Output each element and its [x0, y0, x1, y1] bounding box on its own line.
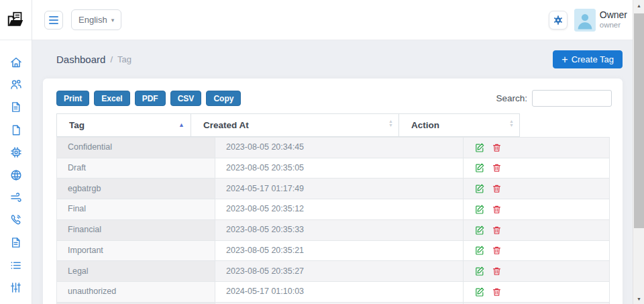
- edit-tag-button[interactable]: [474, 183, 485, 194]
- table-row: Final 2023-08-05 20:35:12: [57, 199, 610, 220]
- trash-icon: [492, 142, 502, 153]
- scroll-up-icon[interactable]: ▲: [633, 0, 644, 11]
- column-header-created-at[interactable]: Created At ▲ ▼: [191, 114, 399, 137]
- sidebar-item-users[interactable]: [0, 74, 32, 97]
- delete-tag-button[interactable]: [492, 225, 502, 236]
- table-row: Important 2023-08-05 20:35:21: [57, 240, 610, 261]
- tag-table-header: Tag ▲ Created At ▲ ▼ Action ▲: [56, 113, 520, 137]
- action-cell: [464, 158, 610, 179]
- tag-cell: Confidential: [57, 138, 215, 158]
- action-cell: [464, 240, 610, 261]
- workflow-icon: [9, 191, 23, 204]
- app-logo[interactable]: [0, 0, 32, 40]
- trash-icon: [492, 287, 502, 297]
- excel-button[interactable]: Excel: [94, 91, 129, 106]
- search-input[interactable]: [532, 90, 612, 107]
- edit-icon: [474, 245, 485, 256]
- sidebar-item-reports[interactable]: [0, 232, 32, 254]
- breadcrumb: Dashboard / Tag + Create Tag: [32, 40, 633, 79]
- chevron-down-icon: ▾: [111, 17, 115, 23]
- edit-tag-button[interactable]: [474, 204, 485, 215]
- user-role: owner: [600, 21, 627, 30]
- tag-cell: egbatrgb: [57, 179, 215, 199]
- delete-tag-button[interactable]: [492, 204, 502, 215]
- file-icon: [10, 124, 22, 136]
- column-header-action[interactable]: Action ▲ ▼: [399, 114, 520, 137]
- edit-icon: [474, 225, 485, 236]
- trash-icon: [492, 183, 502, 194]
- csv-button[interactable]: CSV: [170, 91, 202, 106]
- delete-tag-button[interactable]: [492, 162, 502, 173]
- delete-tag-button[interactable]: [492, 245, 502, 256]
- sidebar-item-list[interactable]: [0, 254, 32, 276]
- column-label: Created At: [203, 120, 249, 130]
- tag-cell: Draft: [57, 158, 215, 179]
- edit-icon: [474, 162, 485, 173]
- phone-icon: [9, 213, 22, 226]
- table-body: Confidential 2023-08-05 20:34:45 Draft 2…: [57, 138, 610, 304]
- edit-tag-button[interactable]: [474, 287, 485, 297]
- menu-toggle-button[interactable]: [44, 11, 63, 30]
- edit-icon: [474, 266, 485, 276]
- edit-tag-button[interactable]: [474, 266, 485, 276]
- sort-asc-icon: ▲: [178, 121, 184, 128]
- table-row: unauthorized 2024-05-17 01:10:03: [57, 281, 610, 302]
- delete-tag-button[interactable]: [492, 142, 502, 153]
- sidebar-item-files[interactable]: [0, 119, 32, 142]
- sidebar-item-system[interactable]: [0, 141, 32, 164]
- plus-icon: +: [561, 54, 568, 65]
- scroll-down-icon[interactable]: ▼: [633, 293, 644, 304]
- sidebar: [0, 0, 32, 304]
- sort-both-icon: ▲ ▼: [388, 119, 393, 128]
- sidebar-item-home[interactable]: [0, 51, 32, 74]
- sidebar-item-calls[interactable]: [0, 209, 32, 232]
- main-content: Dashboard / Tag + Create Tag Print Excel…: [32, 40, 633, 304]
- settings-button[interactable]: [549, 11, 568, 30]
- edit-tag-button[interactable]: [474, 245, 485, 256]
- breadcrumb-dashboard-link[interactable]: Dashboard: [56, 54, 105, 65]
- delete-tag-button[interactable]: [492, 266, 502, 276]
- print-button[interactable]: Print: [56, 91, 89, 106]
- user-avatar[interactable]: [574, 9, 596, 32]
- column-label: Action: [411, 120, 439, 130]
- vertical-scrollbar[interactable]: ▲ ▼: [633, 0, 644, 304]
- sidebar-item-settings[interactable]: [0, 276, 32, 299]
- edit-icon: [474, 204, 485, 215]
- trash-icon: [492, 245, 502, 256]
- created-at-cell: 2023-08-05 20:34:45: [215, 138, 464, 158]
- created-at-cell: 2023-08-05 20:35:21: [215, 240, 464, 261]
- pdf-button[interactable]: PDF: [135, 91, 166, 106]
- language-label: English: [78, 15, 107, 25]
- sidebar-item-workflow[interactable]: [0, 187, 32, 209]
- user-info[interactable]: Owner owner: [600, 10, 627, 29]
- create-tag-button[interactable]: + Create Tag: [553, 50, 623, 68]
- created-at-cell: 2023-08-05 20:35:12: [215, 199, 464, 220]
- list-icon: [9, 259, 22, 272]
- tag-table-card: Print Excel PDF CSV Copy Search: Tag ▲ C…: [43, 79, 623, 304]
- edit-tag-button[interactable]: [474, 162, 485, 173]
- edit-tag-button[interactable]: [474, 225, 485, 236]
- avatar-person-icon: [574, 9, 596, 32]
- sidebar-item-web[interactable]: [0, 164, 32, 187]
- delete-tag-button[interactable]: [492, 183, 502, 194]
- scrollbar-thumb[interactable]: [634, 13, 644, 228]
- language-dropdown[interactable]: English ▾: [71, 9, 121, 30]
- globe-icon: [9, 168, 23, 182]
- trash-icon: [492, 266, 502, 276]
- trash-icon: [492, 225, 502, 236]
- created-at-cell: 2024-05-17 01:17:49: [215, 179, 464, 199]
- sidebar-nav: [0, 40, 32, 304]
- create-tag-label: Create Tag: [572, 54, 614, 64]
- copy-button[interactable]: Copy: [206, 91, 241, 106]
- delete-tag-button[interactable]: [492, 287, 502, 297]
- action-cell: [464, 138, 610, 158]
- edit-tag-button[interactable]: [474, 142, 485, 153]
- action-cell: [464, 219, 610, 240]
- created-at-cell: 2024-05-17 01:10:03: [215, 281, 464, 302]
- column-header-tag[interactable]: Tag ▲: [57, 114, 191, 137]
- action-cell: [464, 281, 610, 302]
- action-cell: [464, 179, 610, 199]
- table-row: Draft 2023-08-05 20:35:05: [57, 158, 610, 179]
- sidebar-item-documents[interactable]: [0, 96, 32, 119]
- created-at-cell: 2023-08-05 20:35:33: [215, 219, 464, 240]
